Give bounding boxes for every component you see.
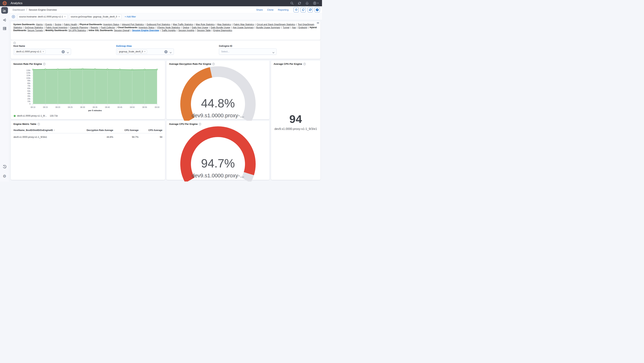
reporting-button[interactable]: Reporting [278, 8, 288, 11]
gsengine-id-select[interactable]: Select... [219, 48, 277, 55]
dashboard-link[interactable]: Map Traffic Statistics [173, 23, 193, 26]
svg-text:60k: 60k [27, 87, 30, 89]
table-header-3[interactable]: CPS Average [138, 128, 162, 133]
copy-button[interactable] [300, 7, 306, 12]
dashboard-link[interactable]: Tunnel [283, 26, 290, 29]
table-cell: 44.8% [80, 133, 113, 141]
dashboard-link[interactable]: Reports [90, 26, 98, 29]
sidebar-item-settings[interactable]: ⚙ [3, 174, 6, 178]
chip-remove-icon[interactable]: × [43, 50, 44, 53]
host-name-chip[interactable]: dev9.s1.0000.proxy-s1-1 × [14, 50, 46, 54]
info-icon[interactable] [199, 123, 201, 125]
gsgroup-alias-label[interactable]: GsGroup Alias [116, 45, 219, 47]
dashboard-link[interactable]: Secure Tunnels [28, 29, 43, 32]
dashboard-links: System Dashboards: Alarms | Events | Sys… [13, 23, 318, 32]
dashboard-link[interactable]: Endpoint [298, 26, 307, 29]
refresh-dashboard-button[interactable] [308, 7, 313, 12]
table-header-1[interactable]: Decryption Rate Average [80, 128, 113, 133]
gsgroup-alias-chip[interactable]: gsgroup_Scale_dev9_0 × [117, 50, 147, 54]
chip-remove-icon[interactable]: × [144, 50, 146, 53]
sidebar-item-analytics[interactable] [1, 7, 8, 14]
session-rate-panel: Session Rate Per Engine 010k20k30k40k50k… [11, 61, 165, 119]
left-sidebar: ⚙ [0, 6, 9, 181]
dashboard-link[interactable]: Daily Bundle Usage [211, 26, 230, 29]
analytics-app: Analytics [0, 0, 322, 181]
filter-pill[interactable]: source.gsGroupAlias: gsgroup_Scale_dev9_… [69, 14, 122, 19]
dashboard-link[interactable]: Inventory Status [138, 26, 154, 29]
chevron-down-icon[interactable] [170, 51, 172, 54]
dashboard-link[interactable]: Bundle Usage Summary [256, 26, 280, 29]
svg-text:dev9.s1.0000.proxy-...: dev9.s1.0000.proxy-... [192, 172, 244, 178]
dashboard-link[interactable]: Dedup [183, 26, 189, 29]
user-menu[interactable] [313, 1, 319, 5]
help-button[interactable]: ? [314, 7, 320, 12]
info-icon[interactable] [212, 63, 215, 65]
dashboard-link[interactable]: Map Rule Statistics [196, 23, 215, 26]
dashboard-link[interactable]: Engine Diagnostics [213, 29, 232, 32]
legend-series-label[interactable]: dev9.s1.0000.proxy-s1-1_9/... [17, 115, 47, 117]
clear-selection-icon[interactable]: × [164, 50, 168, 53]
dashboard-link[interactable]: VSeries Node Statistics [157, 26, 180, 29]
remove-filter-icon[interactable]: × [64, 15, 66, 18]
table-header-0[interactable]: HostName_BoxID/SlotID/GsEngineID↑ [14, 128, 80, 133]
refresh-icon[interactable] [298, 1, 301, 5]
dashboard-link[interactable]: SA UPN Statistics [68, 29, 86, 32]
dashboard-link[interactable]: Syslog [55, 23, 62, 26]
dashboard-link[interactable]: GsGroup Statistics [25, 26, 43, 29]
dashboard-link[interactable]: Circuit and Stack GigaStream Statistics [257, 23, 295, 26]
clear-selection-icon[interactable]: × [62, 50, 65, 53]
dashboard-link[interactable]: Fabric Map Statistics [234, 23, 254, 26]
dashboard-link[interactable]: Session Insights [178, 29, 194, 32]
dashboard-group-label: Mobility Dashboards: [45, 29, 68, 32]
search-icon[interactable] [290, 1, 294, 5]
chevron-down-icon[interactable] [272, 51, 274, 54]
dashboard-link[interactable]: App Usage Summary [233, 26, 254, 29]
dashboard-link[interactable]: Capacity Planning [70, 26, 88, 29]
gsgroup-alias-combobox[interactable]: gsgroup_Scale_dev9_0 × × [116, 48, 174, 55]
filter-bar: source.hostname: dev9.s1.0000.proxy-s1-1… [9, 13, 322, 20]
dashboard-link[interactable]: Daily App Usage [192, 26, 208, 29]
svg-text:08:10: 08:10 [30, 106, 36, 108]
filter-pill[interactable]: source.hostname: dev9.s1.0000.proxy-s1-1… [17, 14, 68, 19]
remove-filter-icon[interactable]: × [118, 15, 120, 18]
host-name-combobox[interactable]: dev9.s1.0000.proxy-s1-1 × × [13, 48, 71, 55]
breadcrumb-bar: Dashboard / Session Engine Overview Shar… [9, 6, 322, 13]
analytics-chart-icon [3, 9, 6, 12]
svg-text:?: ? [316, 9, 318, 11]
clone-button[interactable]: Clone [267, 8, 274, 11]
dashboard-link[interactable]: Session Table [197, 29, 210, 32]
dashboard-link[interactable]: Session Overall [114, 29, 130, 32]
dashboard-link[interactable]: Map Statistics [217, 23, 231, 26]
svg-text:90k: 90k [27, 79, 30, 82]
dashboard-link[interactable]: Fabric Asset Inventory [46, 26, 68, 29]
dashboard-link[interactable]: Inbound Port Statistics [122, 23, 144, 26]
filter-funnel-icon[interactable] [12, 15, 15, 18]
notifications-bell-icon[interactable] [306, 1, 309, 5]
legend-series-value: 133.71k [50, 115, 58, 117]
dashboard-link[interactable]: Alarms [36, 23, 43, 26]
chevron-down-icon[interactable] [67, 51, 69, 54]
dashboard-link[interactable]: Inventory Status [103, 23, 119, 26]
dashboard-link[interactable]: Fault Collector [101, 26, 115, 29]
engine-metric-table-panel: Engine Metric Table HostName_BoxID/SlotI… [11, 121, 165, 180]
dashboard-link[interactable]: Traffic Insights [162, 29, 176, 32]
dashboard-link[interactable]: Fabric Health [64, 23, 77, 26]
info-icon[interactable] [43, 63, 46, 65]
sidebar-item-history[interactable] [2, 165, 7, 169]
table-header-2[interactable]: CPU Average [113, 128, 138, 133]
breadcrumb-dashboard[interactable]: Dashboard [12, 8, 25, 11]
dashboard-link-active[interactable]: Session Engine Overview [132, 29, 159, 32]
share-button[interactable]: Share [256, 8, 263, 11]
favorite-button[interactable] [294, 7, 299, 12]
app-logo[interactable] [0, 1, 9, 5]
info-icon[interactable] [303, 63, 306, 65]
panel-scrollbar-thumb[interactable] [317, 22, 319, 23]
dashboard-link[interactable]: Events [45, 23, 52, 26]
info-icon[interactable] [38, 123, 40, 125]
sidebar-item-inventory[interactable] [2, 26, 7, 30]
sidebar-item-traffic[interactable] [2, 18, 7, 22]
dashboard-link[interactable]: App [292, 26, 296, 29]
dashboard-link[interactable]: Outbound Port Statistics [146, 23, 170, 26]
add-filter-button[interactable]: + Add filter [124, 15, 136, 18]
info-icon[interactable] [13, 42, 318, 44]
